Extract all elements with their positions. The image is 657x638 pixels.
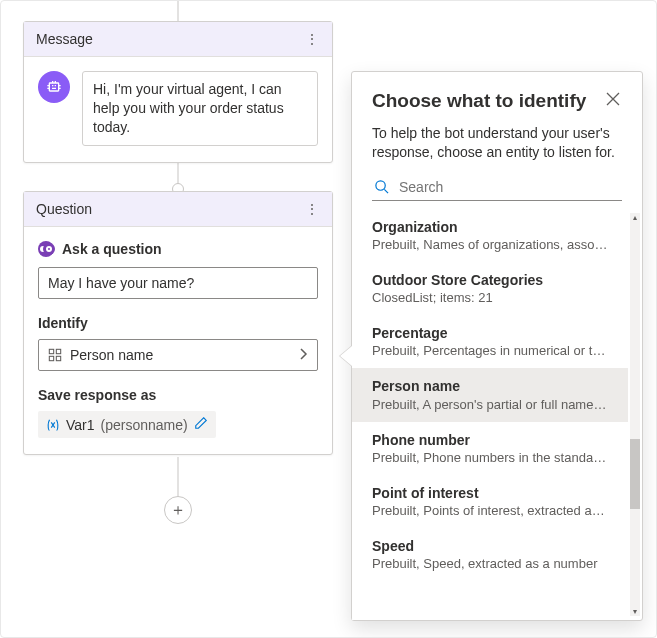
entity-list-item[interactable]: Person namePrebuilt, A person's partial … — [352, 368, 628, 421]
svg-rect-0 — [49, 349, 53, 353]
variable-type: (personname) — [101, 417, 188, 433]
chevron-right-icon — [298, 347, 308, 363]
entity-item-name: Point of interest — [372, 484, 608, 502]
scroll-down-icon[interactable]: ▾ — [630, 606, 640, 616]
entity-list-item[interactable]: OrganizationPrebuilt, Names of organizat… — [352, 209, 628, 262]
entity-item-name: Speed — [372, 537, 608, 555]
identify-entity-value: Person name — [70, 347, 153, 363]
entity-item-desc: Prebuilt, Points of interest, extracted … — [372, 503, 608, 518]
scrollbar-track[interactable] — [630, 213, 640, 616]
message-node[interactable]: Message ⋮ Hi, I'm your virtual agent, I … — [23, 21, 333, 163]
add-node-button[interactable]: ＋ — [164, 496, 192, 524]
node-menu-button[interactable]: ⋮ — [304, 201, 320, 217]
identify-entity-flyout: Choose what to identify To help the bot … — [351, 71, 643, 621]
svg-rect-2 — [49, 356, 53, 360]
scroll-up-icon[interactable]: ▴ — [630, 213, 640, 223]
flyout-subtitle: To help the bot understand your user's r… — [352, 118, 642, 174]
svg-rect-3 — [56, 356, 60, 360]
bot-avatar-icon — [38, 71, 70, 103]
edit-variable-button[interactable] — [194, 416, 208, 433]
entity-item-name: Outdoor Store Categories — [372, 271, 608, 289]
entity-list-item[interactable]: PercentagePrebuilt, Percentages in numer… — [352, 315, 628, 368]
entity-list-item[interactable]: Phone numberPrebuilt, Phone numbers in t… — [352, 422, 628, 475]
entity-item-name: Percentage — [372, 324, 608, 342]
flyout-pointer — [340, 346, 352, 366]
variable-chip[interactable]: Var1 (personname) — [38, 411, 216, 438]
entity-item-desc: Prebuilt, Percentages in numerical or te… — [372, 343, 608, 358]
question-icon — [38, 241, 54, 257]
connector-line — [178, 1, 179, 21]
question-node-title: Question — [36, 201, 92, 217]
question-node-header: Question ⋮ — [24, 192, 332, 227]
variable-name: Var1 — [66, 417, 95, 433]
flyout-title: Choose what to identify — [372, 90, 586, 112]
identify-label: Identify — [38, 315, 318, 331]
message-node-header: Message ⋮ — [24, 22, 332, 57]
entity-item-desc: Prebuilt, Phone numbers in the standard … — [372, 450, 608, 465]
search-icon — [374, 179, 389, 194]
entity-list-item[interactable]: Outdoor Store CategoriesClosedList; item… — [352, 262, 628, 315]
entity-item-desc: Prebuilt, A person's partial or full nam… — [372, 397, 608, 412]
authoring-canvas: Message ⋮ Hi, I'm your virtual agent, I … — [23, 1, 333, 637]
question-text-input[interactable] — [38, 267, 318, 299]
entity-item-name: Person name — [372, 377, 608, 395]
scrollbar-thumb[interactable] — [630, 439, 640, 509]
entity-icon — [48, 348, 62, 362]
entity-search-input[interactable] — [399, 179, 620, 195]
entity-list[interactable]: OrganizationPrebuilt, Names of organizat… — [352, 209, 628, 620]
variable-icon — [46, 418, 60, 432]
ask-question-label: Ask a question — [62, 241, 162, 257]
svg-rect-1 — [56, 349, 60, 353]
entity-item-desc: Prebuilt, Speed, extracted as a number — [372, 556, 608, 571]
identify-entity-picker[interactable]: Person name — [38, 339, 318, 371]
save-response-label: Save response as — [38, 387, 318, 403]
entity-item-name: Phone number — [372, 431, 608, 449]
entity-item-name: Organization — [372, 218, 608, 236]
ask-question-heading: Ask a question — [38, 241, 318, 257]
question-node[interactable]: Question ⋮ Ask a question Identify Perso… — [23, 191, 333, 455]
entity-item-desc: Prebuilt, Names of organizations, associ… — [372, 237, 608, 252]
entity-search-box[interactable] — [372, 174, 622, 201]
svg-point-4 — [376, 181, 385, 190]
message-node-title: Message — [36, 31, 93, 47]
node-menu-button[interactable]: ⋮ — [304, 31, 320, 47]
entity-list-item[interactable]: SpeedPrebuilt, Speed, extracted as a num… — [352, 528, 628, 581]
close-icon[interactable] — [604, 90, 622, 112]
entity-list-item[interactable]: Point of interestPrebuilt, Points of int… — [352, 475, 628, 528]
message-text[interactable]: Hi, I'm your virtual agent, I can help y… — [82, 71, 318, 146]
entity-item-desc: ClosedList; items: 21 — [372, 290, 608, 305]
